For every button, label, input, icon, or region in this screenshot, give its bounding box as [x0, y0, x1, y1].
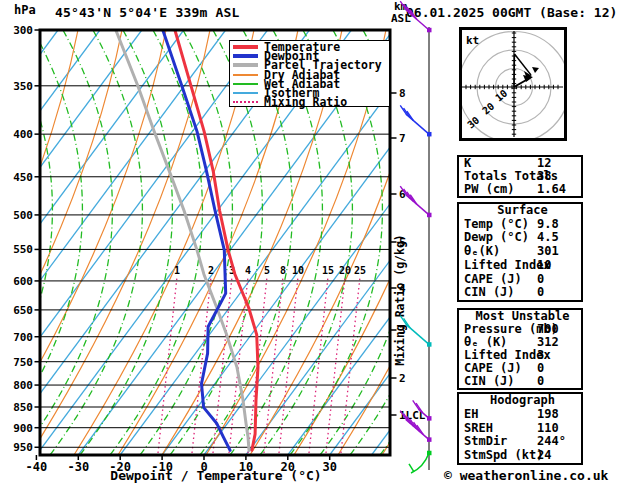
index-label: Dewp (°C) [464, 230, 529, 244]
index-label: CIN (J) [464, 374, 515, 388]
index-row: Lifted Index10 [459, 259, 581, 273]
index-row: Dewp (°C)4.5 [459, 231, 581, 245]
legend-swatch-thick [233, 63, 258, 67]
pressure-tick-label: 400 [13, 128, 33, 141]
wind-barb-feather [400, 1, 407, 11]
index-row: EH198 [459, 408, 581, 422]
index-row: θₑ(K)301 [459, 245, 581, 259]
legend-item: Mixing Ratio [233, 98, 389, 107]
legend-swatch-thick [233, 54, 258, 58]
hodograph-trace [515, 54, 532, 75]
index-label: CAPE (J) [464, 272, 522, 286]
wet-adiabat-line [50, 30, 142, 455]
index-value: 1.64 [537, 183, 566, 196]
mixing-ratio-value: 25 [354, 265, 366, 276]
index-row: CIN (J)0 [459, 375, 581, 388]
hodograph: 102030kt [459, 27, 567, 141]
skewt-sounding-app: hPa 45°43'N 5°04'E 339m ASL km ASL 06.01… [0, 0, 629, 486]
mixing-ratio-axis-label: Mixing Ratio (g/kg) [393, 234, 407, 366]
pressure-tick-label: 650 [13, 304, 33, 317]
mixing-ratio-value: 5 [264, 265, 270, 276]
index-label: EH [464, 407, 478, 421]
index-value: 110 [537, 422, 559, 436]
index-row: CAPE (J)0 [459, 273, 581, 287]
x-axis-label: Dewpoint / Temperature (°C) [40, 468, 392, 483]
index-value: 0 [537, 286, 544, 300]
pressure-tick-label: 700 [13, 331, 33, 344]
mixing-ratio-line [158, 277, 177, 453]
hodograph-ring-label: 20 [480, 100, 496, 116]
hodograph-trace [514, 54, 515, 87]
index-label: K [464, 156, 471, 170]
mixing-ratio-value: 8 [280, 265, 286, 276]
index-row: CIN (J)0 [459, 286, 581, 300]
indices-box-title: Hodograph [459, 394, 581, 408]
wind-barb [409, 451, 432, 473]
legend-swatch-thick [233, 45, 258, 49]
mixing-ratio-value: 20 [339, 265, 351, 276]
mixing-ratio-value: 4 [245, 265, 251, 276]
index-row: PW (cm)1.64 [459, 183, 581, 196]
index-value: 9.8 [537, 218, 559, 232]
pressure-tick-label: 750 [13, 356, 33, 369]
pressure-tick-label: 600 [13, 275, 33, 288]
index-value: 301 [537, 245, 559, 259]
mixing-ratio-value: 1 [174, 265, 180, 276]
index-row: SREH110 [459, 422, 581, 436]
index-label: SREH [464, 421, 493, 435]
indices-box-title: Surface [459, 204, 581, 218]
index-value: 198 [537, 408, 559, 422]
km-tick-label: 8 [399, 87, 406, 100]
mixing-ratio-line [192, 277, 211, 453]
mixing-ratio-value: 10 [292, 265, 304, 276]
legend-label: Mixing Ratio [264, 95, 347, 109]
mixing-ratio-value: 15 [322, 265, 334, 276]
index-label: PW (cm) [464, 182, 515, 196]
index-label: CAPE (J) [464, 361, 522, 375]
hodograph-unit-label: kt [466, 34, 479, 47]
wind-barb-feather [409, 464, 414, 472]
pressure-tick-label: 950 [13, 441, 33, 454]
index-value: 244° [537, 435, 566, 449]
mixing-ratio-value: 2 [208, 265, 214, 276]
wind-barb [400, 1, 431, 32]
pressure-tick-label: 500 [13, 209, 33, 222]
pressure-tick-label: 450 [13, 171, 33, 184]
wind-barb-feather [404, 108, 411, 118]
legend-swatch-dotted [233, 101, 258, 103]
legend-swatch-thin [233, 83, 258, 85]
indices-box: K12Totals Totals38PW (cm)1.64 [457, 155, 583, 198]
index-value: 0 [537, 273, 544, 287]
copyright-credit: © weatheronline.co.uk [444, 468, 608, 483]
index-row: StmSpd (kt)24 [459, 449, 581, 463]
index-row: StmDir244° [459, 435, 581, 449]
legend-swatch-thin [233, 74, 258, 76]
index-value: 24 [537, 449, 551, 463]
pressure-tick-label: 900 [13, 422, 33, 435]
pressure-tick-label: 300 [13, 24, 33, 37]
index-label: StmSpd (kt) [464, 448, 543, 462]
pressure-tick-label: 350 [13, 80, 33, 93]
wind-barb-feather [404, 4, 411, 14]
wind-barb-hook [411, 453, 429, 473]
plot-legend: TemperatureDewpointParcel TrajectoryDry … [229, 40, 390, 107]
km-tick-label: 2 [399, 372, 406, 385]
index-label: θₑ(K) [464, 244, 500, 258]
index-label: θₑ (K) [464, 335, 507, 349]
index-value: 0 [537, 375, 544, 388]
wind-barb [400, 186, 431, 217]
index-label: CIN (J) [464, 285, 515, 299]
wind-barb-feather [400, 105, 407, 115]
pressure-tick-label: 850 [13, 401, 33, 414]
pressure-tick-label: 800 [13, 379, 33, 392]
legend-swatch-thin [233, 92, 258, 94]
indices-box: SurfaceTemp (°C)9.8Dewp (°C)4.5θₑ(K)301L… [457, 202, 583, 302]
mixing-ratio-line [279, 277, 298, 453]
index-label: Temp (°C) [464, 217, 529, 231]
index-row: Temp (°C)9.8 [459, 218, 581, 232]
indices-box: Most UnstablePressure (mb)700θₑ (K)312Li… [457, 308, 583, 390]
indices-box: HodographEH198SREH110StmDir244°StmSpd (k… [457, 392, 583, 465]
pressure-tick-label: 550 [13, 243, 33, 256]
km-tick-label: 7 [399, 132, 406, 145]
mixing-ratio-line [326, 277, 345, 453]
